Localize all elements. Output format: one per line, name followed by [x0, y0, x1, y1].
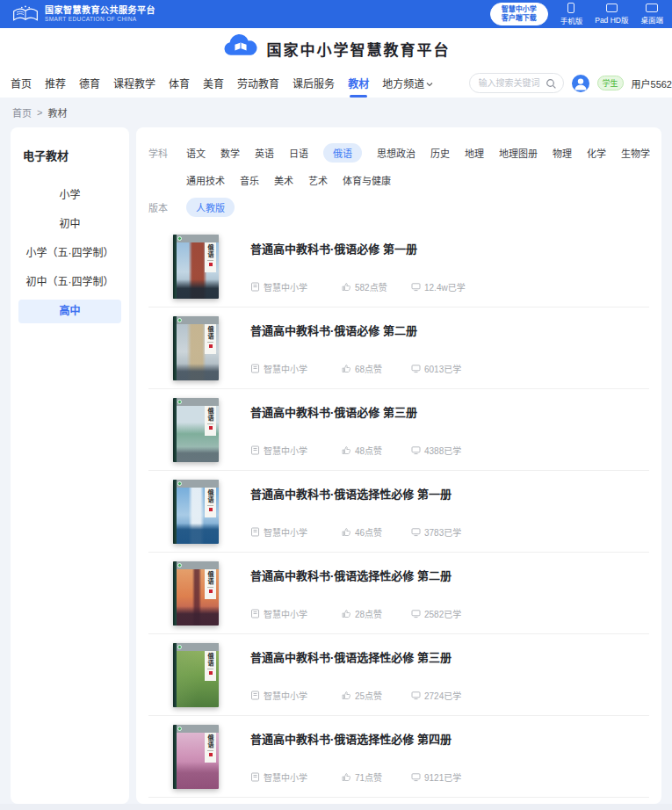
likes-text: 68点赞	[355, 362, 382, 375]
learned-icon	[411, 445, 421, 455]
publisher-text: 智慧中小学	[264, 280, 307, 293]
nav-item-labor[interactable]: 劳动教育	[237, 76, 279, 90]
book-cover[interactable]: 俄语	[173, 643, 219, 707]
learned-icon	[411, 609, 421, 618]
book-title[interactable]: 普通高中教科书·俄语选择性必修 第四册	[250, 730, 452, 747]
book-title[interactable]: 普通高中教科书·俄语必修 第一册	[250, 240, 417, 257]
pad-version-label: Pad HD版	[595, 14, 628, 25]
subject-arts[interactable]: 艺术	[308, 170, 328, 190]
cover-subject-label: 俄语	[205, 653, 216, 667]
cover-subject-label: 俄语	[205, 326, 216, 340]
book-cover[interactable]: 俄语	[173, 561, 219, 626]
subject-filter-row-1: 学科 语文 数学 英语 日语 俄语 思想政治 历史 地理 地理图册 物理 化学 …	[148, 143, 649, 163]
book-row[interactable]: 俄语 普通高中教科书·俄语选择性必修 第三册 智慧中小学 25点赞 2724已学	[148, 634, 649, 716]
subject-math[interactable]: 数学	[220, 143, 240, 163]
subject-music[interactable]: 音乐	[240, 170, 259, 190]
tablet-icon	[606, 4, 618, 12]
cover-seal	[209, 671, 213, 675]
book-stats: 智慧中小学 25点赞 2724已学	[250, 689, 461, 702]
avatar[interactable]	[572, 75, 589, 92]
cover-subject-label: 俄语	[205, 571, 216, 585]
subject-general-tech[interactable]: 通用技术	[186, 170, 225, 190]
nav-item-home[interactable]: 首页	[11, 76, 32, 90]
site-title: 国家中小学智慧教育平台	[267, 38, 451, 60]
desktop-version-label: 桌面端	[640, 14, 663, 25]
book-row[interactable]: 俄语 普通高中教科书·俄语必修 第二册 智慧中小学 68点赞 6013已学	[148, 307, 649, 389]
book-title[interactable]: 普通高中教科书·俄语选择性必修 第二册	[250, 567, 452, 583]
subject-chemistry[interactable]: 化学	[587, 143, 606, 163]
subject-pe-health[interactable]: 体育与健康	[343, 170, 391, 190]
book-title[interactable]: 普通高中教科书·俄语选择性必修 第一册	[250, 485, 452, 502]
subject-fine-arts[interactable]: 美术	[274, 170, 293, 190]
book-cover[interactable]: 俄语	[173, 480, 219, 544]
page-bottom-strip	[0, 804, 672, 810]
subject-history[interactable]: 历史	[430, 143, 450, 163]
subject-physics[interactable]: 物理	[553, 143, 572, 163]
subject-geography[interactable]: 地理	[465, 143, 484, 163]
book-row[interactable]: 俄语 普通高中教科书·俄语必修 第三册 智慧中小学 48点赞 4388已学	[148, 389, 649, 471]
publisher-text: 智慧中小学	[264, 444, 307, 457]
nav-item-moral[interactable]: 德育	[79, 76, 100, 90]
nav-item-recommend[interactable]: 推荐	[45, 76, 66, 90]
book-cover[interactable]: 俄语	[173, 398, 219, 462]
publisher-text: 智慧中小学	[264, 362, 307, 375]
desktop-version-button[interactable]: 桌面端	[640, 4, 663, 25]
thumbs-up-icon	[342, 772, 351, 782]
breadcrumb-separator: >	[37, 107, 42, 118]
nav-item-local-channel[interactable]: 地方频道	[382, 76, 433, 90]
nav-item-teaching[interactable]: 课程教学	[113, 76, 155, 90]
chevron-down-icon	[426, 77, 433, 90]
mobile-version-label: 手机版	[560, 15, 583, 25]
subject-english[interactable]: 英语	[255, 143, 274, 163]
sidebar: 电子教材 小学 初中 小学（五·四学制） 初中（五·四学制） 高中	[11, 127, 129, 804]
book-cover[interactable]: 俄语	[173, 316, 219, 380]
client-download-button[interactable]: 智慧中小学 客户端下载	[490, 3, 548, 25]
version-pep[interactable]: 人教版	[186, 198, 235, 217]
learned-text: 12.4w已学	[424, 280, 466, 293]
sidebar-item-junior-54[interactable]: 初中（五·四学制）	[11, 268, 129, 297]
book-title[interactable]: 普通高中教科书·俄语选择性必修 第三册	[250, 648, 452, 665]
pad-version-button[interactable]: Pad HD版	[595, 4, 628, 25]
nav-item-textbooks[interactable]: 教材	[348, 76, 369, 90]
book-stats: 智慧中小学 71点赞 9121已学	[250, 770, 461, 784]
book-cover[interactable]: 俄语	[173, 235, 219, 299]
subject-chinese[interactable]: 语文	[186, 143, 206, 163]
sidebar-item-primary[interactable]: 小学	[11, 181, 129, 210]
nav-item-afterschool[interactable]: 课后服务	[293, 76, 335, 90]
publisher-icon	[250, 691, 260, 700]
nav-item-aesthetic[interactable]: 美育	[203, 76, 224, 90]
publisher-icon	[250, 527, 260, 537]
mobile-version-button[interactable]: 手机版	[560, 3, 583, 25]
subject-russian[interactable]: 俄语	[323, 143, 362, 163]
nav-item-pe[interactable]: 体育	[169, 76, 190, 90]
search-icon[interactable]	[546, 77, 557, 93]
main-navigation: 首页 推荐 德育 课程教学 体育 美育 劳动教育 课后服务 教材 地方频道 学生…	[0, 69, 672, 98]
book-row[interactable]: 俄语 普通高中教科书·俄语选择性必修 第四册 智慧中小学 71点赞 9121已学	[148, 716, 649, 798]
sidebar-item-junior[interactable]: 初中	[11, 210, 129, 239]
subject-japanese[interactable]: 日语	[289, 143, 308, 163]
book-title[interactable]: 普通高中教科书·俄语必修 第三册	[250, 403, 417, 420]
book-row[interactable]: 俄语 普通高中教科书·俄语必修 第一册 智慧中小学 582点赞 12.4w已学	[148, 226, 649, 307]
subject-politics[interactable]: 思想政治	[377, 143, 415, 163]
likes-text: 28点赞	[355, 607, 382, 620]
book-row[interactable]: 俄语 普通高中教科书·俄语选择性必修 第二册 智慧中小学 28点赞 2582已学	[148, 553, 649, 634]
breadcrumb-home[interactable]: 首页	[12, 105, 32, 119]
platform-logo: 国家智慧教育公共服务平台 SMART EDUCATION OF CHINA	[12, 5, 155, 24]
cloud-logo-icon	[222, 34, 259, 62]
breadcrumb: 首页 > 教材	[12, 105, 67, 119]
book-row[interactable]: 俄语 普通高中教科书·俄语选择性必修 第一册 智慧中小学 46点赞 3783已学	[148, 471, 649, 553]
cover-seal	[209, 753, 213, 756]
sidebar-item-primary-54[interactable]: 小学（五·四学制）	[11, 239, 129, 268]
username[interactable]: 用户5562	[632, 76, 672, 90]
cover-logo-dot	[177, 645, 182, 649]
sidebar-item-senior[interactable]: 高中	[18, 300, 121, 323]
subject-biology[interactable]: 生物学	[621, 143, 650, 163]
subject-geo-atlas[interactable]: 地理图册	[499, 143, 538, 163]
learned-icon	[411, 772, 421, 782]
sidebar-title: 电子教材	[11, 127, 129, 163]
book-title[interactable]: 普通高中教科书·俄语必修 第二册	[250, 322, 417, 338]
learned-text: 6013已学	[424, 362, 461, 375]
book-cover[interactable]: 俄语	[173, 725, 219, 789]
learned-text: 2724已学	[424, 689, 461, 702]
book-stats: 智慧中小学 68点赞 6013已学	[250, 362, 461, 375]
